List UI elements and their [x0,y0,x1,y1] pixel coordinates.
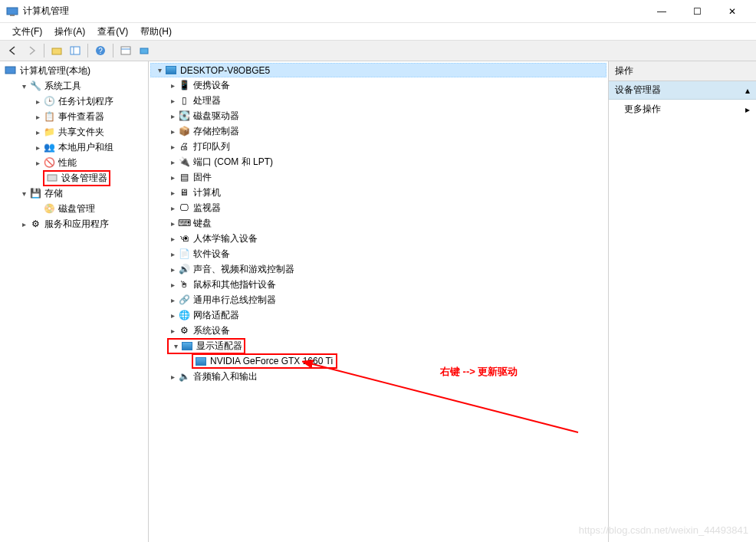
expander-icon[interactable]: ▸ [167,204,178,212]
device-category-label: 键盘 [193,217,212,230]
forward-button[interactable] [23,42,40,59]
device-category[interactable]: ▸🔊声音、视频和游戏控制器 [164,261,606,277]
tree-local-users[interactable]: ▸ 👥 本地用户和组 [29,140,146,155]
device-category[interactable]: ▸💽磁盘驱动器 [164,108,606,123]
device-root-label: DESKTOP-V8OBGE5 [180,65,270,76]
tree-device-manager[interactable]: 设备管理器 [29,170,146,186]
menu-action[interactable]: 操作(A) [48,24,91,40]
actions-header: 操作 [609,61,756,81]
expander-icon[interactable]: ▸ [18,220,29,228]
show-hide-tree-button[interactable] [67,42,84,59]
device-category[interactable]: ▸▤固件 [164,169,606,185]
device-category-label: 磁盘驱动器 [193,110,239,123]
device-category[interactable]: ▸🖲人体学输入设备 [164,231,606,246]
category-icon: 📦 [178,125,190,137]
category-icon: 🖲 [178,232,190,245]
expander-icon[interactable]: ▸ [167,327,178,335]
tree-services-apps[interactable]: ▸ ⚙ 服务和应用程序 [15,216,146,232]
disk-icon: 📀 [43,202,55,215]
expander-icon[interactable]: ▸ [167,143,178,151]
device-category[interactable]: ▸📄软件设备 [164,246,606,261]
device-category[interactable]: ▸🖨打印队列 [164,139,606,154]
expander-icon[interactable]: ▸ [167,265,178,274]
computer-icon [165,64,177,77]
expander-icon[interactable]: ▸ [32,128,43,136]
device-root[interactable]: ▾ DESKTOP-V8OBGE5 [150,63,606,77]
tree-storage[interactable]: ▾ 💾 存储 [15,186,146,201]
left-panel: 计算机管理(本地) ▾ 🔧 系统工具 ▸ 🕒 任务计划程序 ▸ 📋 [0,61,149,542]
menu-view[interactable]: 查看(V) [91,24,134,40]
device-mgr-icon [46,172,58,184]
tree-event-viewer[interactable]: ▸ 📋 事件查看器 [29,109,146,124]
expander-icon[interactable]: ▸ [167,112,178,120]
expander-icon[interactable]: ▸ [167,296,178,304]
device-category[interactable]: ▸▯处理器 [164,93,606,108]
tree-root[interactable]: 计算机管理(本地) [2,63,146,78]
close-button[interactable]: ✕ [715,0,750,23]
device-category[interactable]: ▸🌐网络适配器 [164,307,606,323]
tree-system-tools[interactable]: ▾ 🔧 系统工具 [15,78,146,94]
expander-icon[interactable]: ▸ [167,173,178,182]
device-category[interactable]: ▸⚙系统设备 [164,323,606,338]
tools-icon: 🔧 [29,80,41,92]
expander-icon[interactable]: ▸ [167,158,178,166]
expander-icon[interactable]: ▸ [32,97,43,106]
tree-performance[interactable]: ▸ 🚫 性能 [29,155,146,170]
folder-icon: 📁 [43,126,55,138]
expander-icon[interactable]: ▸ [32,159,43,167]
management-tree: 计算机管理(本地) ▾ 🔧 系统工具 ▸ 🕒 任务计划程序 ▸ 📋 [2,63,146,232]
app-icon [6,5,18,18]
device-category[interactable]: ▸🖱鼠标和其他指针设备 [164,277,606,292]
expander-icon[interactable]: ▸ [32,143,43,152]
tree-label: 系统工具 [44,80,81,93]
tree-label: 共享文件夹 [58,126,104,139]
device-category[interactable]: ▸🔗通用串行总线控制器 [164,292,606,307]
collapse-icon: ▴ [745,85,750,96]
device-category[interactable]: ▸📱便携设备 [164,77,606,93]
actions-section[interactable]: 设备管理器 ▴ [609,81,756,100]
actions-more[interactable]: 更多操作 ▸ [609,100,756,119]
expander-icon[interactable]: ▸ [167,373,178,381]
device-audio-io[interactable]: ▸🔈音频输入和输出 [164,369,606,384]
category-icon: 💽 [178,110,190,122]
tree-label: 任务计划程序 [58,95,113,108]
properties-button[interactable] [117,42,134,59]
device-category[interactable]: ▸⌨键盘 [164,215,606,231]
back-button[interactable] [5,42,21,59]
maximize-button[interactable]: ☐ [679,0,715,23]
minimize-button[interactable]: — [644,0,679,23]
help-button[interactable]: ? [92,42,109,59]
expander-icon[interactable]: ▸ [167,219,178,228]
tree-shared-folders[interactable]: ▸ 📁 共享文件夹 [29,124,146,140]
menu-file[interactable]: 文件(F) [6,24,48,40]
device-category[interactable]: ▸🖵监视器 [164,200,606,215]
device-tree: ▾ DESKTOP-V8OBGE5 ▸📱便携设备▸▯处理器▸💽磁盘驱动器▸📦存储… [150,63,606,384]
expander-icon[interactable]: ▸ [167,235,178,243]
menu-help[interactable]: 帮助(H) [134,24,178,40]
expander-icon[interactable]: ▾ [18,82,29,90]
device-display-adapters[interactable]: ▾显示适配器 [164,338,606,353]
expander-icon[interactable]: ▸ [167,127,178,136]
device-category[interactable]: ▸🖥计算机 [164,185,606,200]
tree-label: 事件查看器 [58,110,104,123]
expander-icon[interactable]: ▸ [167,81,178,90]
device-category[interactable]: ▸🔌端口 (COM 和 LPT) [164,154,606,169]
up-button[interactable] [48,42,65,59]
category-icon: 🖱 [178,278,190,291]
tree-task-scheduler[interactable]: ▸ 🕒 任务计划程序 [29,94,146,109]
expander-icon[interactable]: ▸ [167,281,178,289]
device-category[interactable]: ▸📦存储控制器 [164,123,606,139]
tree-disk-mgmt[interactable]: 📀 磁盘管理 [29,201,146,216]
expander-icon[interactable]: ▸ [167,97,178,105]
device-category-label: 端口 (COM 和 LPT) [193,156,273,169]
expander-icon[interactable]: ▸ [32,113,43,121]
expander-icon[interactable]: ▸ [167,250,178,258]
expander-icon[interactable]: ▾ [170,342,181,350]
scan-button[interactable] [136,42,153,59]
expander-icon[interactable]: ▾ [18,189,29,198]
device-gpu[interactable]: NVIDIA GeForce GTX 1660 Ti [178,353,606,369]
services-icon: ⚙ [29,218,41,230]
expander-icon[interactable]: ▸ [167,189,178,197]
expander-icon[interactable]: ▾ [154,66,165,74]
expander-icon[interactable]: ▸ [167,311,178,320]
